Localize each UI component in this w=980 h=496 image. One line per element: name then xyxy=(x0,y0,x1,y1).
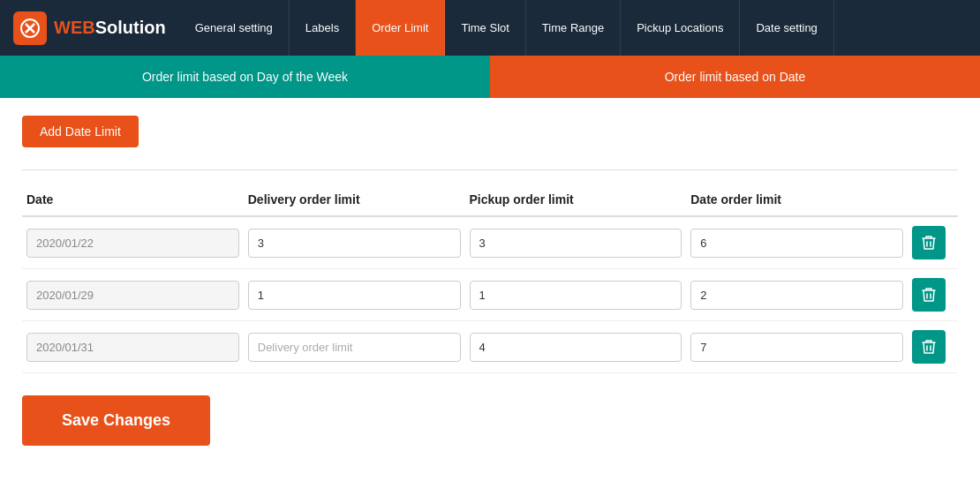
main-content: Add Date Limit Date Delivery order limit… xyxy=(0,98,980,463)
logo-icon xyxy=(13,11,47,45)
date-input-2[interactable] xyxy=(26,281,239,310)
nav-tab-labels[interactable]: Labels xyxy=(290,0,356,56)
dateorder-input-2[interactable] xyxy=(690,281,903,310)
cell-dateorder-3 xyxy=(686,321,908,373)
delivery-input-2[interactable] xyxy=(248,281,461,310)
order-table: Date Delivery order limit Pickup order l… xyxy=(22,184,958,373)
nav-tab-pickup-locations[interactable]: Pickup Locations xyxy=(621,0,740,56)
cell-action-1 xyxy=(908,216,958,269)
cell-dateorder-2 xyxy=(686,269,908,321)
col-header-date: Date xyxy=(22,184,244,216)
dateorder-input-1[interactable] xyxy=(690,229,903,258)
delete-button-3[interactable] xyxy=(912,330,946,364)
cell-action-2 xyxy=(908,269,958,321)
cell-delivery-2 xyxy=(244,269,465,321)
sub-tab-by-date[interactable]: Order limit based on Date xyxy=(490,56,980,98)
delivery-input-3[interactable] xyxy=(248,333,461,362)
delete-button-1[interactable] xyxy=(912,226,946,259)
delivery-input-1[interactable] xyxy=(248,229,461,258)
pickup-input-3[interactable] xyxy=(470,333,682,362)
col-header-action xyxy=(908,184,958,216)
date-input-3[interactable] xyxy=(26,333,239,362)
date-input-1[interactable] xyxy=(26,229,239,258)
nav-tab-time-slot[interactable]: Time Slot xyxy=(445,0,525,56)
nav-tab-time-range[interactable]: Time Range xyxy=(526,0,621,56)
separator xyxy=(22,169,958,170)
cell-date-2 xyxy=(22,269,244,321)
logo-solution: Solution xyxy=(95,18,166,37)
pickup-input-2[interactable] xyxy=(470,281,682,310)
logo-text: WEBSolution xyxy=(54,18,166,38)
col-header-pickup: Pickup order limit xyxy=(465,184,687,216)
table-header-row: Date Delivery order limit Pickup order l… xyxy=(22,184,958,216)
cell-action-3 xyxy=(908,321,958,373)
save-changes-button[interactable]: Save Changes xyxy=(22,395,210,446)
cell-date-3 xyxy=(22,321,244,373)
dateorder-input-3[interactable] xyxy=(690,333,903,362)
table-row xyxy=(22,269,958,321)
nav-tab-order-limit[interactable]: Order Limit xyxy=(356,0,445,56)
cell-delivery-3 xyxy=(244,321,465,373)
sub-header: Order limit based on Day of the Week Ord… xyxy=(0,56,980,98)
cell-dateorder-1 xyxy=(686,216,908,269)
col-header-date-order: Date order limit xyxy=(686,184,908,216)
logo-web: WEB xyxy=(54,18,95,37)
cell-delivery-1 xyxy=(244,216,465,269)
nav-tab-date-setting[interactable]: Date setting xyxy=(740,0,833,56)
sub-tab-day-of-week[interactable]: Order limit based on Day of the Week xyxy=(0,56,490,98)
nav-tabs: General setting Labels Order Limit Time … xyxy=(179,0,980,56)
delete-button-2[interactable] xyxy=(912,278,946,312)
logo: WEBSolution xyxy=(0,0,179,56)
pickup-input-1[interactable] xyxy=(470,229,682,258)
cell-date-1 xyxy=(22,216,244,269)
col-header-delivery: Delivery order limit xyxy=(244,184,465,216)
cell-pickup-2 xyxy=(465,269,687,321)
table-row xyxy=(22,321,958,373)
cell-pickup-3 xyxy=(465,321,687,373)
header: WEBSolution General setting Labels Order… xyxy=(0,0,980,56)
cell-pickup-1 xyxy=(465,216,687,269)
table-row xyxy=(22,216,958,269)
add-date-limit-button[interactable]: Add Date Limit xyxy=(22,116,139,147)
nav-tab-general-setting[interactable]: General setting xyxy=(179,0,290,56)
